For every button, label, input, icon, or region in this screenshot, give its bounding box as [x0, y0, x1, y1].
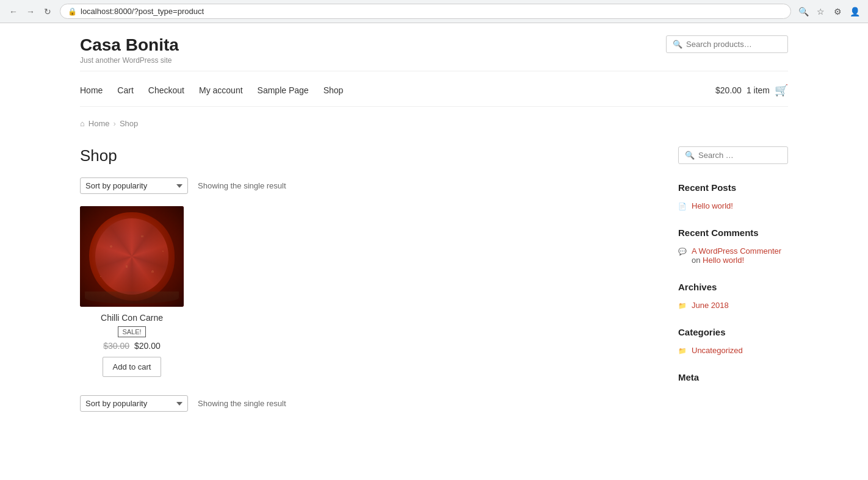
recent-comment-item: 💬 A WordPress Commenter on Hello world! [678, 246, 788, 265]
category-folder-icon: 📁 [678, 347, 687, 355]
sidebar-meta: Meta [678, 372, 788, 382]
recent-post-link[interactable]: Hello world! [692, 201, 733, 210]
nav-link-home[interactable]: Home [80, 85, 103, 95]
recent-posts-title: Recent Posts [678, 182, 788, 193]
shop-sidebar: 🔍 Recent Posts 📄 Hello world! Recent Com… [678, 146, 788, 412]
product-name[interactable]: Chilli Con Carne [80, 313, 184, 323]
nav-link-myaccount[interactable]: My account [199, 85, 243, 95]
cart-amount: $20.00 [715, 85, 742, 95]
lock-icon: 🔒 [68, 7, 77, 16]
cart-info[interactable]: $20.00 1 item 🛒 [715, 84, 788, 97]
comment-post-link[interactable]: Hello world! [703, 256, 744, 265]
recent-post-item: 📄 Hello world! [678, 201, 788, 210]
shop-title: Shop [80, 146, 654, 165]
site-title[interactable]: Casa Bonita [80, 35, 179, 54]
chilli-visual [80, 206, 184, 307]
browser-actions: 🔍 ☆ ⚙ 👤 [796, 4, 862, 19]
document-icon: 📄 [678, 202, 687, 210]
page-wrapper: Casa Bonita Just another WordPress site … [68, 23, 800, 424]
new-price: $20.00 [134, 341, 161, 351]
back-button[interactable]: ← [6, 4, 21, 19]
sort-select-top[interactable]: Sort by popularity Sort by average ratin… [80, 177, 188, 194]
nav-link-cart[interactable]: Cart [117, 85, 133, 95]
archives-title: Archives [678, 282, 788, 292]
search-icon: 🔍 [673, 40, 682, 49]
breadcrumb-home-link[interactable]: Home [89, 119, 110, 128]
meta-title: Meta [678, 372, 788, 382]
category-link[interactable]: Uncategorized [692, 346, 743, 355]
result-count-bottom: Showing the single result [198, 399, 286, 408]
breadcrumb: ⌂ Home › Shop [80, 119, 788, 128]
site-nav: Home Cart Checkout My account Sample Pag… [80, 84, 788, 107]
breadcrumb-current: Shop [120, 119, 138, 128]
comment-icon: 💬 [678, 248, 687, 256]
search-browser-btn[interactable]: 🔍 [796, 4, 811, 19]
old-price: $30.00 [103, 341, 129, 351]
sidebar-search-icon: 🔍 [685, 151, 695, 160]
bowl-rim [85, 292, 179, 304]
header-search-input[interactable] [686, 40, 781, 49]
forward-button[interactable]: → [23, 4, 38, 19]
address-bar[interactable]: 🔒 localhost:8000/?post_type=product [60, 4, 791, 19]
cart-count: 1 item [747, 85, 770, 95]
browser-chrome: ← → ↻ 🔒 localhost:8000/?post_type=produc… [0, 0, 868, 23]
header-search: 🔍 [666, 35, 788, 53]
sale-badge: SALE! [118, 326, 145, 337]
categories-title: Categories [678, 327, 788, 337]
shop-toolbar-bottom: Sort by popularity Sort by average ratin… [80, 395, 654, 412]
price-wrapper: $30.00 $20.00 [80, 341, 184, 351]
product-card: Chilli Con Carne SALE! $30.00 $20.00 Add… [80, 206, 184, 377]
category-item: 📁 Uncategorized [678, 346, 788, 355]
site-tagline: Just another WordPress site [80, 56, 179, 65]
nav-link-samplepage[interactable]: Sample Page [258, 85, 309, 95]
sidebar-recent-comments: Recent Comments 💬 A WordPress Commenter … [678, 227, 788, 265]
home-icon: ⌂ [80, 119, 85, 128]
sidebar-archives: Archives 📁 June 2018 [678, 282, 788, 310]
site-branding: Casa Bonita Just another WordPress site [80, 35, 179, 65]
sidebar-categories: Categories 📁 Uncategorized [678, 327, 788, 355]
nav-links: Home Cart Checkout My account Sample Pag… [80, 85, 343, 95]
nav-link-checkout[interactable]: Checkout [148, 85, 184, 95]
main-layout: Shop Sort by popularity Sort by average … [80, 146, 788, 412]
extensions-btn[interactable]: ⚙ [830, 4, 845, 19]
sidebar-search: 🔍 [678, 146, 788, 164]
site-header: Casa Bonita Just another WordPress site … [80, 35, 788, 71]
recent-comments-title: Recent Comments [678, 227, 788, 238]
result-count-top: Showing the single result [198, 181, 286, 190]
sort-select-bottom[interactable]: Sort by popularity Sort by average ratin… [80, 395, 188, 412]
nav-link-shop[interactable]: Shop [324, 85, 344, 95]
star-btn[interactable]: ☆ [813, 4, 828, 19]
reload-button[interactable]: ↻ [40, 4, 55, 19]
sidebar-search-input[interactable] [698, 151, 781, 160]
comment-text: A WordPress Commenter on Hello world! [692, 246, 788, 265]
url-text: localhost:8000/?post_type=product [81, 7, 204, 16]
shop-toolbar-top: Sort by popularity Sort by average ratin… [80, 177, 654, 194]
shop-main: Shop Sort by popularity Sort by average … [80, 146, 654, 412]
archive-link[interactable]: June 2018 [692, 301, 729, 310]
archive-item: 📁 June 2018 [678, 301, 788, 310]
cart-icon: 🛒 [775, 84, 788, 97]
commenter-link[interactable]: A WordPress Commenter [692, 246, 781, 256]
comment-on: on [692, 256, 700, 265]
breadcrumb-separator: › [114, 119, 116, 128]
product-image[interactable] [80, 206, 184, 307]
profile-btn[interactable]: 👤 [847, 4, 862, 19]
folder-icon: 📁 [678, 302, 687, 310]
add-to-cart-button[interactable]: Add to cart [103, 357, 162, 377]
product-grid: Chilli Con Carne SALE! $30.00 $20.00 Add… [80, 206, 654, 377]
sidebar-recent-posts: Recent Posts 📄 Hello world! [678, 182, 788, 210]
